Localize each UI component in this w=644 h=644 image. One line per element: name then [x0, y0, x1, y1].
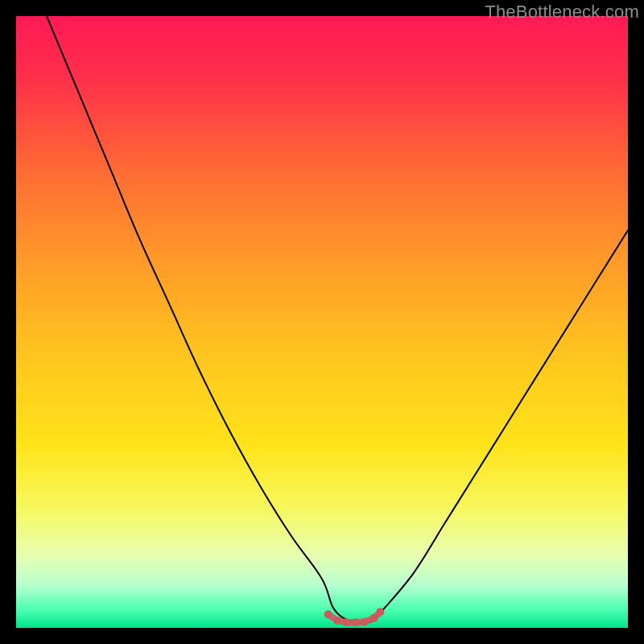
marker-dot — [342, 618, 350, 626]
watermark-label: TheBottleneck.com — [485, 2, 639, 23]
marker-dot — [370, 614, 378, 622]
marker-dot — [352, 618, 360, 626]
marker-dot — [333, 617, 341, 625]
gradient-background — [16, 16, 628, 628]
marker-dot — [361, 617, 369, 625]
chart-frame — [16, 16, 628, 628]
bottleneck-plot — [16, 16, 628, 628]
marker-dot — [324, 610, 332, 618]
marker-dot — [376, 608, 384, 616]
